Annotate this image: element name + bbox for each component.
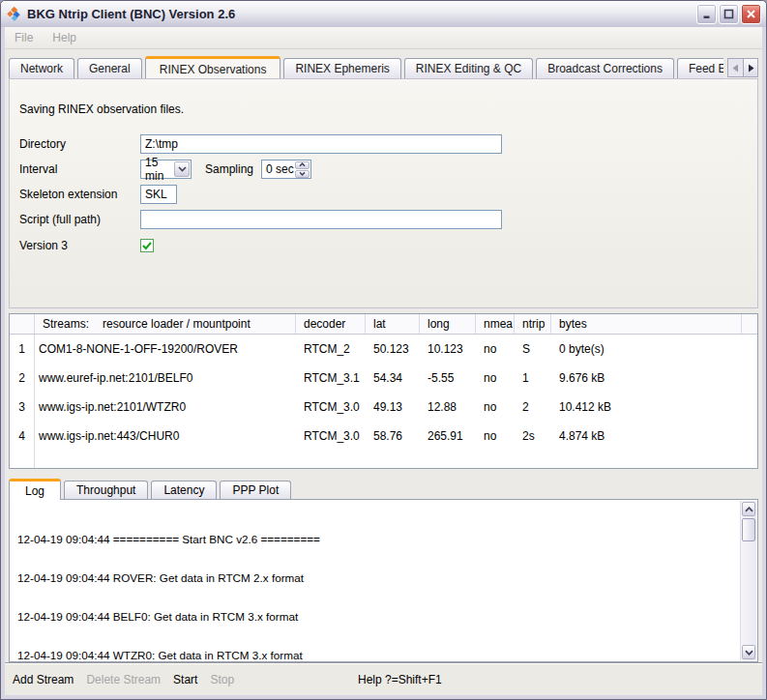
- cell-bytes: 4.874 kB: [551, 422, 742, 451]
- scroll-up-button[interactable]: [742, 502, 755, 516]
- maximize-button[interactable]: [719, 4, 739, 24]
- stream-row-4[interactable]: 4 www.igs-ip.net:443/CHUR0 RTCM_3.0 58.7…: [10, 422, 757, 451]
- header-decoder: decoder: [296, 314, 366, 334]
- sampling-value: 0 sec: [262, 162, 294, 176]
- tab-broadcast-corrections[interactable]: Broadcast Corrections: [536, 58, 674, 78]
- row-number: 1: [10, 335, 35, 364]
- streams-table-header: Streams: resource loader / mountpoint de…: [10, 314, 757, 335]
- header-row-number: [10, 314, 35, 334]
- log-scrollbar[interactable]: [740, 501, 756, 660]
- cell-bytes: 10.412 kB: [551, 393, 742, 422]
- interval-value: 15 min: [141, 156, 173, 183]
- menu-help[interactable]: Help: [52, 31, 76, 44]
- cell-long: 265.91: [420, 422, 476, 451]
- streams-table: Streams: resource loader / mountpoint de…: [9, 313, 758, 469]
- minimize-icon: [702, 10, 712, 19]
- header-streams-label: Streams:: [43, 317, 89, 331]
- cell-ntrip: 1: [515, 364, 551, 393]
- add-stream-button[interactable]: Add Stream: [13, 673, 74, 686]
- directory-input[interactable]: [140, 134, 502, 154]
- cell-decoder: RTCM_2: [296, 335, 366, 364]
- minimize-button[interactable]: [696, 4, 717, 24]
- skeleton-extension-input[interactable]: [140, 185, 177, 204]
- cell-ntrip: 2s: [515, 422, 551, 451]
- skeleton-extension-label: Skeleton extension: [19, 188, 140, 201]
- tab-scroll-right-button[interactable]: [743, 58, 758, 77]
- tab-latency[interactable]: Latency: [151, 481, 217, 499]
- stream-row-1[interactable]: 1 COM1-8-NONE-1-OFF-19200/ROVER RTCM_2 5…: [10, 335, 757, 364]
- scroll-down-button[interactable]: [742, 645, 755, 659]
- script-path-input[interactable]: [140, 210, 502, 229]
- cell-bytes: 9.676 kB: [551, 364, 742, 393]
- cell-mountpoint: COM1-8-NONE-1-OFF-19200/ROVER: [35, 335, 296, 364]
- version3-label: Version 3: [19, 239, 140, 252]
- script-path-label: Script (full path): [19, 213, 140, 226]
- spin-down-icon[interactable]: [295, 170, 310, 178]
- cell-decoder: RTCM_3.1: [296, 364, 366, 393]
- rinex-observations-pane: Saving RINEX observation files. Director…: [9, 78, 758, 308]
- stream-row-3[interactable]: 3 www.igs-ip.net:2101/WTZR0 RTCM_3.0 49.…: [10, 393, 757, 422]
- arrow-right-icon: [748, 64, 754, 73]
- sampling-spinner[interactable]: 0 sec: [261, 160, 311, 179]
- tab-ppp-plot[interactable]: PPP Plot: [220, 481, 291, 499]
- interval-select[interactable]: 15 min: [140, 160, 192, 179]
- menu-file[interactable]: File: [15, 31, 33, 44]
- tab-throughput[interactable]: Throughput: [64, 481, 148, 499]
- tab-network[interactable]: Network: [9, 58, 74, 78]
- cell-mountpoint: www.igs-ip.net:443/CHUR0: [35, 422, 296, 451]
- cell-lat: 58.76: [366, 422, 420, 451]
- cell-long: 12.88: [420, 393, 476, 422]
- header-mountpoint-label: resource loader / mountpoint: [103, 317, 251, 331]
- chevron-up-icon: [745, 507, 753, 512]
- tabs-scroller: Network General RINEX Observations RINEX…: [9, 56, 723, 78]
- cell-bytes: 0 byte(s): [551, 335, 742, 364]
- cell-decoder: RTCM_3.0: [296, 393, 366, 422]
- interval-label: Interval: [19, 162, 140, 176]
- arrow-left-icon: [732, 64, 739, 73]
- cell-long: -5.55: [420, 364, 476, 393]
- cell-nmea: no: [476, 364, 515, 393]
- help-shortcut-button[interactable]: Help ?=Shift+F1: [358, 673, 442, 686]
- app-window: BKG Ntrip Client (BNC) Version 2.6 File …: [0, 0, 767, 700]
- header-ntrip: ntrip: [515, 314, 551, 334]
- log-line: 12-04-19 09:04:44 ROVER: Get data in RTC…: [17, 571, 732, 584]
- stop-button: Stop: [210, 673, 234, 686]
- sampling-label: Sampling: [205, 162, 253, 176]
- tab-scroll-left-button[interactable]: [727, 58, 743, 77]
- chevron-down-icon: [745, 650, 753, 656]
- header-long: long: [420, 314, 476, 334]
- tab-log[interactable]: Log: [9, 479, 61, 500]
- cell-mountpoint: www.euref-ip.net:2101/BELF0: [35, 364, 296, 393]
- spin-up-icon[interactable]: [295, 161, 310, 169]
- tab-rinex-editing-qc[interactable]: RINEX Editing & QC: [404, 58, 533, 78]
- tab-feed-engine[interactable]: Feed Engine: [677, 58, 723, 78]
- tab-general[interactable]: General: [77, 58, 142, 78]
- close-icon: [746, 9, 756, 19]
- close-button[interactable]: [741, 4, 761, 24]
- title-bar[interactable]: BKG Ntrip Client (BNC) Version 2.6: [1, 1, 766, 27]
- cell-ntrip: 2: [515, 393, 551, 422]
- cell-nmea: no: [476, 422, 515, 451]
- cell-long: 10.123: [420, 335, 476, 364]
- menu-bar: File Help: [5, 27, 762, 49]
- cell-nmea: no: [476, 393, 515, 422]
- stream-row-2[interactable]: 2 www.euref-ip.net:2101/BELF0 RTCM_3.1 5…: [10, 364, 757, 393]
- chevron-down-icon[interactable]: [174, 161, 190, 177]
- maximize-icon: [723, 9, 734, 19]
- log-tab-strip: Log Throughput Latency PPP Plot: [9, 480, 758, 499]
- version3-checkbox[interactable]: [140, 239, 154, 252]
- cell-lat: 49.13: [366, 393, 420, 422]
- cell-lat: 50.123: [366, 335, 420, 364]
- header-mountpoint: Streams: resource loader / mountpoint: [35, 314, 296, 334]
- tab-scroll-buttons: [727, 58, 758, 77]
- start-button[interactable]: Start: [173, 673, 197, 686]
- row-number: 2: [10, 364, 35, 393]
- tab-rinex-ephemeris[interactable]: RINEX Ephemeris: [283, 58, 400, 78]
- log-output: 12-04-19 09:04:44 ========== Start BNC v…: [17, 507, 732, 662]
- bottom-action-bar: Add Stream Delete Stream Start Stop Help…: [5, 662, 762, 695]
- tab-rinex-observations[interactable]: RINEX Observations: [145, 56, 281, 78]
- scrollbar-thumb[interactable]: [742, 518, 755, 541]
- checkmark-icon: [141, 240, 153, 251]
- app-icon: [7, 7, 22, 22]
- row-number: 3: [10, 393, 35, 422]
